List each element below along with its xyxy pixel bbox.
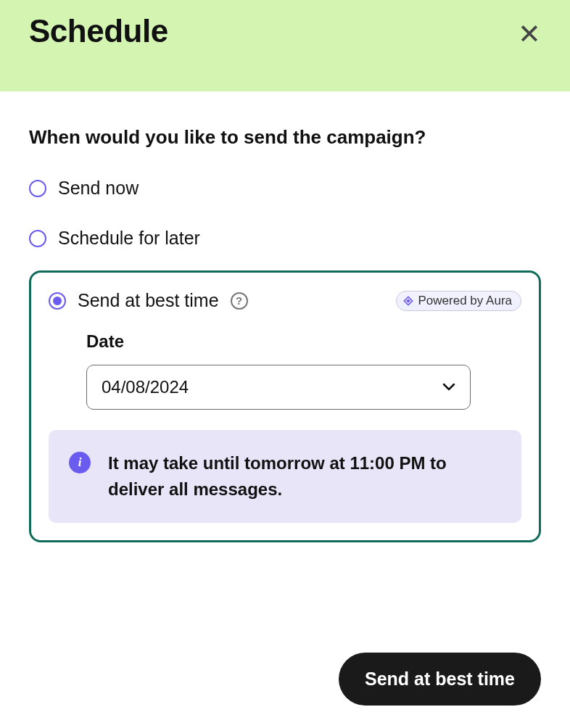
schedule-question: When would you like to send the campaign… (29, 126, 541, 149)
option-label: Send now (58, 178, 139, 199)
diamond-icon (402, 295, 414, 307)
dialog-title: Schedule (29, 13, 168, 49)
option-schedule-later[interactable]: Schedule for later (29, 228, 541, 249)
dialog-footer: Send at best time (339, 653, 541, 706)
info-icon: i (69, 452, 91, 473)
info-banner: i It may take until tomorrow at 11:00 PM… (49, 430, 521, 523)
send-best-time-button[interactable]: Send at best time (339, 653, 541, 706)
best-time-panel: Send at best time ? Powered by Aura Date… (29, 270, 541, 542)
radio-icon (29, 180, 46, 197)
dialog-body: When would you like to send the campaign… (0, 91, 570, 571)
date-field-label: Date (86, 331, 521, 352)
option-best-time[interactable]: Send at best time ? Powered by Aura (49, 290, 521, 311)
info-message: It may take until tomorrow at 11:00 PM t… (108, 450, 501, 502)
date-picker[interactable]: 04/08/2024 (86, 365, 471, 410)
option-best-time-left: Send at best time ? (49, 290, 248, 311)
badge-label: Powered by Aura (418, 294, 512, 308)
date-section: Date 04/08/2024 (49, 331, 521, 410)
dialog-header: Schedule ✕ (0, 0, 570, 91)
powered-by-badge: Powered by Aura (396, 291, 521, 311)
svg-rect-1 (406, 299, 410, 303)
option-label: Send at best time (78, 290, 219, 311)
radio-icon (49, 292, 66, 310)
chevron-down-icon (442, 380, 455, 395)
close-icon[interactable]: ✕ (518, 20, 541, 48)
help-icon[interactable]: ? (231, 292, 248, 310)
option-send-now[interactable]: Send now (29, 178, 541, 199)
radio-icon (29, 230, 46, 247)
option-label: Schedule for later (58, 228, 200, 249)
date-value: 04/08/2024 (102, 377, 189, 397)
